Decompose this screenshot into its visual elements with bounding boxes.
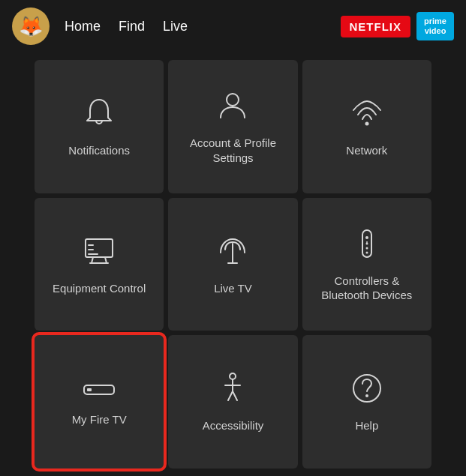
svg-point-0 [227, 94, 239, 106]
bell-icon [81, 95, 117, 136]
nav-right: NETFLIX prime video [341, 12, 454, 40]
svg-rect-16 [87, 388, 92, 391]
svg-point-14 [365, 251, 368, 253]
firestick-icon [81, 376, 117, 405]
netflix-button[interactable]: NETFLIX [341, 16, 411, 37]
svg-point-10 [365, 236, 368, 239]
nav-links: Home Find Live [65, 19, 326, 34]
top-navigation: 🦊 Home Find Live NETFLIX prime video [0, 0, 466, 52]
grid-item-controllers-bluetooth[interactable]: Controllers & Bluetooth Devices [302, 198, 431, 331]
accessibility-icon [215, 370, 251, 411]
help-label: Help [355, 418, 378, 433]
nav-find[interactable]: Find [119, 19, 145, 34]
controllers-bluetooth-label: Controllers & Bluetooth Devices [310, 274, 424, 303]
svg-point-20 [365, 394, 368, 397]
svg-point-13 [365, 247, 368, 249]
grid-item-accessibility[interactable]: Accessibility [168, 335, 297, 469]
equipment-control-label: Equipment Control [53, 281, 146, 296]
grid-item-network[interactable]: Network [302, 60, 431, 193]
remote-icon [349, 226, 385, 266]
monitor-icon [81, 233, 117, 274]
settings-grid: Notifications Account & Profile Settings… [0, 52, 466, 476]
my-fire-tv-label: My Fire TV [72, 412, 127, 427]
svg-point-1 [365, 122, 368, 126]
live-tv-label: Live TV [214, 281, 252, 296]
prime-video-button[interactable]: prime video [416, 12, 454, 40]
grid-item-my-fire-tv[interactable]: My Fire TV [35, 335, 164, 469]
grid-item-notifications[interactable]: Notifications [35, 60, 164, 193]
accessibility-label: Accessibility [203, 418, 264, 433]
svg-point-12 [365, 242, 368, 244]
network-label: Network [346, 143, 387, 158]
person-icon [215, 88, 251, 128]
logo[interactable]: 🦊 [12, 7, 50, 45]
grid-item-live-tv[interactable]: Live TV [168, 198, 297, 331]
grid-item-equipment-control[interactable]: Equipment Control [35, 198, 164, 331]
nav-live[interactable]: Live [163, 19, 188, 34]
antenna-icon [215, 233, 251, 274]
grid-item-help[interactable]: Help [302, 335, 431, 469]
account-profile-label: Account & Profile Settings [176, 136, 290, 165]
wifi-icon [349, 95, 385, 136]
help-icon [349, 370, 385, 411]
nav-home[interactable]: Home [65, 19, 101, 34]
grid-item-account-profile[interactable]: Account & Profile Settings [168, 60, 297, 193]
notifications-label: Notifications [68, 143, 130, 158]
svg-point-17 [230, 373, 236, 379]
